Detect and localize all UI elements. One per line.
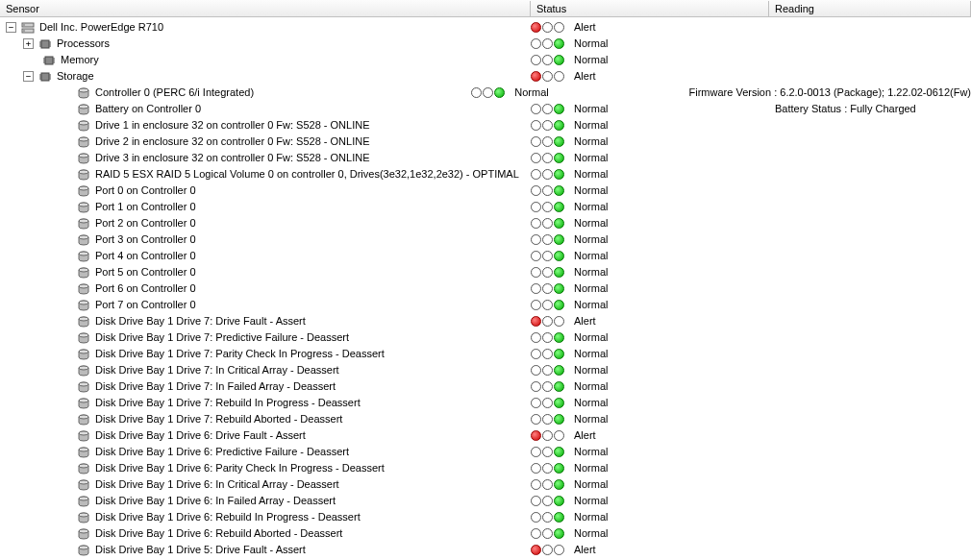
svg-point-32 [79, 137, 88, 141]
status-indicator [531, 316, 564, 327]
tree-row[interactable]: Disk Drive Bay 1 Drive 7: Drive Fault - … [0, 313, 971, 329]
status-dot-red [531, 496, 541, 506]
tree-row[interactable]: Disk Drive Bay 1 Drive 6: Drive Fault - … [0, 427, 971, 444]
tree-row[interactable]: Disk Drive Bay 1 Drive 7: In Failed Arra… [0, 378, 971, 395]
cell-sensor: Disk Drive Bay 1 Drive 6: Parity Check I… [0, 460, 531, 476]
tree-row[interactable]: Drive 1 in enclosure 32 on controller 0 … [0, 117, 971, 134]
cell-sensor: Controller 0 (PERC 6/i Integrated) [0, 85, 471, 101]
status-dot-mid [542, 71, 553, 82]
status-indicator [531, 545, 564, 555]
status-text: Alert [574, 427, 596, 444]
sensor-label: Port 2 on Controller 0 [95, 215, 196, 231]
tree-row[interactable]: Disk Drive Bay 1 Drive 6: In Critical Ar… [0, 476, 971, 493]
svg-point-26 [79, 88, 88, 92]
cell-sensor: Port 6 on Controller 0 [0, 280, 531, 297]
expander-spacer [40, 512, 55, 523]
status-indicator [531, 381, 564, 392]
tree-row[interactable]: Controller 0 (PERC 6/i Integrated)Normal… [0, 85, 971, 101]
status-dot-red [531, 447, 541, 457]
status-dot-green [554, 300, 564, 310]
svg-point-46 [79, 252, 88, 256]
svg-point-62 [79, 382, 88, 386]
cell-status: Normal [531, 183, 769, 199]
status-dot-red [531, 202, 541, 212]
status-dot-red [471, 87, 482, 98]
chip-icon [37, 37, 53, 51]
tree-row[interactable]: Drive 3 in enclosure 32 on controller 0 … [0, 150, 971, 166]
tree-row[interactable]: Port 2 on Controller 0Normal [0, 215, 971, 231]
sensor-label: RAID 5 ESX RAID 5 Logical Volume 0 on co… [95, 166, 519, 183]
status-dot-red [531, 55, 541, 65]
status-dot-green [554, 349, 564, 359]
status-dot-green [554, 447, 564, 457]
status-dot-mid [542, 38, 553, 49]
cell-sensor: Battery on Controller 0 [0, 101, 531, 117]
tree-row[interactable]: Disk Drive Bay 1 Drive 7: Predictive Fai… [0, 329, 971, 346]
tree-row[interactable]: +ProcessorsNormal [0, 36, 971, 52]
disk-icon [76, 544, 91, 557]
svg-point-3 [23, 30, 25, 32]
tree-row[interactable]: Disk Drive Bay 1 Drive 5: Drive Fault - … [0, 542, 971, 558]
status-indicator [531, 120, 564, 131]
collapse-icon[interactable]: − [23, 71, 34, 82]
expand-icon[interactable]: + [23, 38, 34, 49]
tree-row[interactable]: Port 4 on Controller 0Normal [0, 248, 971, 264]
tree-row[interactable]: Disk Drive Bay 1 Drive 6: Predictive Fai… [0, 444, 971, 460]
status-dot-green [554, 316, 564, 327]
tree-row[interactable]: Disk Drive Bay 1 Drive 7: In Critical Ar… [0, 362, 971, 378]
status-indicator [531, 202, 564, 212]
sensor-label: Disk Drive Bay 1 Drive 7: In Critical Ar… [95, 362, 339, 378]
cell-status: Normal [531, 509, 769, 525]
svg-rect-11 [45, 57, 53, 64]
svg-point-64 [79, 399, 88, 402]
column-header-status[interactable]: Status [531, 1, 769, 16]
tree-row[interactable]: Port 0 on Controller 0Normal [0, 183, 971, 199]
tree-row[interactable]: Disk Drive Bay 1 Drive 6: Parity Check I… [0, 460, 971, 476]
column-header-sensor[interactable]: Sensor [0, 1, 531, 16]
status-dot-red [531, 234, 541, 245]
tree-row[interactable]: Port 7 on Controller 0Normal [0, 297, 971, 313]
tree-row[interactable]: −StorageAlert [0, 68, 971, 85]
tree-row[interactable]: −Dell Inc. PowerEdge R710Alert [0, 19, 971, 36]
status-dot-green [554, 332, 564, 343]
status-indicator [531, 104, 564, 114]
cell-sensor: Port 5 on Controller 0 [0, 264, 531, 280]
tree-row[interactable]: Disk Drive Bay 1 Drive 6: Rebuild Aborte… [0, 525, 971, 542]
tree-row[interactable]: Disk Drive Bay 1 Drive 7: Rebuild In Pro… [0, 395, 971, 411]
tree-row[interactable]: Port 3 on Controller 0Normal [0, 231, 971, 248]
svg-point-30 [79, 121, 88, 125]
tree-row[interactable]: Port 6 on Controller 0Normal [0, 280, 971, 297]
sensor-label: Processors [57, 36, 110, 52]
tree-row[interactable]: Port 5 on Controller 0Normal [0, 264, 971, 280]
status-dot-green [554, 202, 564, 212]
tree-row[interactable]: Drive 2 in enclosure 32 on controller 0 … [0, 134, 971, 150]
status-dot-red [531, 414, 541, 425]
status-indicator [531, 267, 564, 278]
tree-row[interactable]: MemoryNormal [0, 52, 971, 68]
status-dot-red [531, 365, 541, 376]
tree-row[interactable]: Disk Drive Bay 1 Drive 6: Rebuild In Pro… [0, 509, 971, 525]
column-header-reading[interactable]: Reading [769, 1, 971, 16]
tree-row[interactable]: Port 1 on Controller 0Normal [0, 199, 971, 215]
status-dot-green [554, 22, 564, 33]
tree-row[interactable]: Disk Drive Bay 1 Drive 7: Rebuild Aborte… [0, 411, 971, 427]
status-indicator [531, 169, 564, 180]
status-dot-mid [542, 120, 553, 131]
status-indicator [531, 38, 564, 49]
status-text: Normal [574, 362, 608, 378]
disk-icon [76, 511, 91, 524]
collapse-icon[interactable]: − [6, 22, 16, 33]
expander-spacer [40, 398, 55, 408]
status-dot-mid [542, 22, 553, 33]
tree-row[interactable]: Battery on Controller 0NormalBattery Sta… [0, 101, 971, 117]
tree-row[interactable]: Disk Drive Bay 1 Drive 6: In Failed Arra… [0, 493, 971, 509]
tree-row[interactable]: Disk Drive Bay 1 Drive 7: Parity Check I… [0, 346, 971, 362]
cell-status: Normal [531, 215, 769, 231]
cell-sensor: −Storage [0, 68, 531, 85]
tree-row[interactable]: RAID 5 ESX RAID 5 Logical Volume 0 on co… [0, 166, 971, 183]
status-dot-green [554, 545, 564, 555]
status-dot-mid [542, 283, 553, 294]
status-dot-green [554, 185, 564, 196]
status-dot-green [554, 430, 564, 441]
status-dot-red [531, 316, 541, 327]
